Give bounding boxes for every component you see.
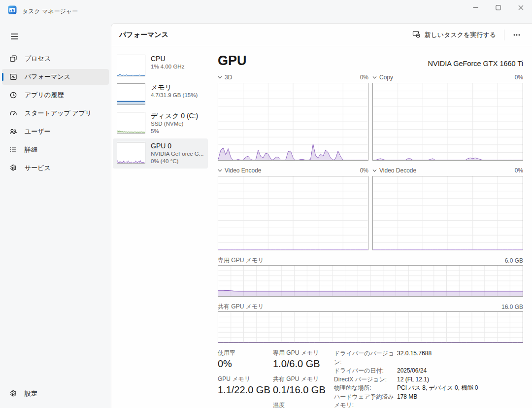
driver-info-value: 178 MB (397, 393, 417, 408)
performance-device-list: CPU 1% 4.00 GHz メモリ 4.7/31.9 GB (15%) ディ… (113, 51, 208, 408)
driver-info-label: ドライバーの日付: (334, 367, 397, 375)
more-options-button[interactable] (507, 31, 526, 39)
driver-info-label: ドライバーのバージョン: (334, 349, 397, 367)
stat-label: 温度 (273, 402, 333, 408)
device-title: CPU (151, 55, 184, 63)
sidebar-item-services[interactable]: サービス (2, 160, 109, 176)
driver-info-row: ドライバーのバージョン: 32.0.15.7688 (334, 349, 523, 367)
chart-copy (372, 83, 523, 161)
titlebar: タスク マネージャー (0, 0, 532, 23)
device-subtitle: 0% (40 °C) (151, 158, 203, 165)
list-icon (9, 146, 17, 154)
users-icon (9, 128, 17, 136)
services-gear-icon (9, 164, 17, 172)
driver-info-label: DirectX バージョン: (334, 375, 397, 384)
chevron-down-icon (218, 76, 222, 79)
device-title: ディスク 0 (C:) (151, 112, 198, 120)
chart-current-value: 0% (515, 74, 523, 81)
dedicated-memory-section: 専用 GPU メモリ 6.0 GB (218, 256, 523, 297)
chart-current-value: 0% (360, 74, 368, 81)
driver-info-value: PCI バス 8, デバイス 0, 機能 0 (397, 384, 478, 393)
chart-label: Video Encode (225, 167, 262, 174)
chevron-down-icon (218, 169, 222, 172)
gpu-title: GPU (218, 52, 247, 69)
chevron-down-icon (372, 169, 377, 172)
sidebar-item-label: サービス (25, 164, 51, 172)
driver-info-row: ドライバーの日付: 2025/06/24 (334, 367, 523, 375)
speedometer-icon (9, 109, 17, 118)
page-title: パフォーマンス (119, 31, 168, 39)
disk-mini-chart (117, 112, 145, 134)
sidebar-item-label: ユーザー (25, 127, 51, 136)
maximize-button[interactable] (487, 0, 509, 15)
device-subtitle: NVIDIA GeForce G... (151, 150, 203, 158)
chart-label: 3D (225, 74, 232, 81)
memory-mini-chart (117, 83, 145, 105)
driver-info-row: 物理的な場所: PCI バス 8, デバイス 0, 機能 0 (334, 384, 523, 393)
sidebar-item-label: 詳細 (25, 145, 37, 154)
chart-section-toggle[interactable]: Video Decode (372, 167, 416, 174)
chart-video-encode (218, 176, 368, 250)
stat-value: 0.1/16.0 GB (273, 384, 333, 396)
chart-section-toggle[interactable]: Copy (372, 74, 393, 81)
page-header: パフォーマンス 新しいタスクを実行する (111, 24, 532, 46)
task-manager-window: タスク マネージャー プロセス (0, 0, 532, 408)
driver-info-value: 2025/06/24 (397, 367, 427, 375)
sidebar-item-settings[interactable]: 設定 (2, 386, 107, 402)
stat-label: 専用 GPU メモリ (273, 349, 333, 357)
sidebar-item-label: スタートアップ アプリ (25, 109, 92, 118)
memory-chart-capacity: 6.0 GB (505, 257, 523, 264)
chart-section-3d: 3D 0% (218, 72, 368, 161)
device-item-cpu[interactable]: CPU 1% 4.00 GHz (113, 51, 208, 80)
cpu-mini-chart (117, 55, 145, 76)
menu-toggle-button[interactable] (5, 28, 24, 45)
shared-memory-section: 共有 GPU メモリ 16.0 GB (218, 302, 523, 343)
device-item-gpu0[interactable]: GPU 0 NVIDIA GeForce G... 0% (40 °C) (113, 138, 208, 169)
new-task-icon (412, 30, 420, 39)
device-subtitle: SSD (NVMe) (151, 120, 198, 128)
device-subtitle: 4.7/31.9 GB (15%) (151, 92, 198, 99)
chart-section-toggle[interactable]: Video Encode (218, 167, 262, 174)
processes-icon (9, 55, 17, 63)
memory-chart-capacity: 16.0 GB (501, 304, 523, 310)
stat-label: 共有 GPU メモリ (273, 375, 333, 383)
sidebar: プロセス パフォーマンス アプリの履歴 (0, 23, 111, 408)
device-item-disk0[interactable]: ディスク 0 (C:) SSD (NVMe) 5% (113, 108, 208, 138)
gpu-detail-panel: GPU NVIDIA GeForce GTX 1660 Ti 3D 0% (218, 51, 523, 408)
sidebar-item-startup-apps[interactable]: スタートアップ アプリ (2, 105, 109, 121)
performance-icon (9, 73, 17, 81)
stat-value: 1.0/6.0 GB (273, 358, 333, 370)
history-clock-icon (9, 91, 17, 100)
device-subtitle: 1% 4.00 GHz (151, 63, 184, 70)
chart-current-value: 0% (360, 167, 368, 174)
minimize-button[interactable] (464, 0, 487, 15)
sidebar-item-label: アプリの履歴 (25, 91, 64, 100)
sidebar-settings: 設定 (2, 386, 107, 404)
chart-dedicated-memory (218, 265, 523, 297)
chevron-down-icon (372, 76, 377, 79)
sidebar-item-details[interactable]: 詳細 (2, 142, 109, 158)
sidebar-item-label: パフォーマンス (25, 72, 70, 81)
sidebar-nav: プロセス パフォーマンス アプリの履歴 (0, 51, 111, 178)
gpu-stats: 使用率 0% GPU メモリ 1.1/22.0 GB 専用 GPU メモリ 1.… (218, 349, 523, 408)
app-icon (8, 5, 17, 16)
chart-section-toggle[interactable]: 3D (218, 74, 232, 81)
device-item-memory[interactable]: メモリ 4.7/31.9 GB (15%) (113, 80, 208, 108)
sidebar-item-app-history[interactable]: アプリの履歴 (2, 87, 109, 103)
memory-chart-label: 専用 GPU メモリ (218, 256, 264, 265)
driver-info: ドライバーのバージョン: 32.0.15.7688 ドライバーの日付: 2025… (333, 349, 523, 408)
chart-video-decode (372, 176, 523, 250)
gpu-device-name: NVIDIA GeForce GTX 1660 Ti (428, 60, 523, 69)
sidebar-item-performance[interactable]: パフォーマンス (2, 69, 109, 85)
sidebar-item-processes[interactable]: プロセス (2, 51, 109, 67)
stat-label: 使用率 (218, 349, 273, 357)
device-title: GPU 0 (151, 142, 203, 150)
close-button[interactable] (509, 0, 532, 15)
sidebar-item-users[interactable]: ユーザー (2, 124, 109, 139)
chart-section-copy: Copy 0% (372, 72, 523, 161)
chart-current-value: 0% (515, 167, 523, 174)
stat-value: 0% (218, 358, 273, 370)
run-new-task-button[interactable]: 新しいタスクを実行する (407, 27, 501, 42)
sidebar-item-label: プロセス (25, 54, 51, 63)
sidebar-item-label: 設定 (25, 389, 37, 398)
